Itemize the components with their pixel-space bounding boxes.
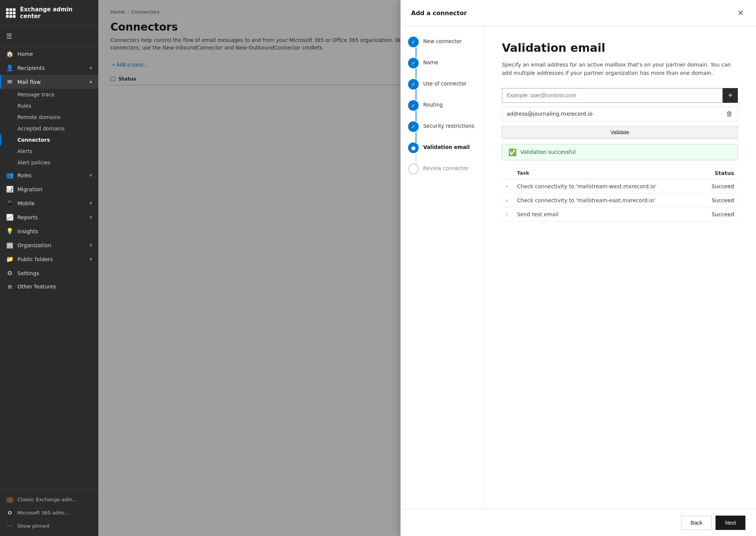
results-table: Task Status › Check connectivity to 'mai…: [502, 167, 738, 222]
sidebar-item-show-pinned[interactable]: ··· Show pinned: [0, 519, 98, 533]
sidebar-item-label: Roles: [17, 172, 85, 178]
task-column-header: Task: [513, 167, 700, 180]
step-name: ✓ Name: [408, 58, 476, 79]
task-cell: Check connectivity to 'mailstream-east.m…: [513, 193, 700, 207]
sidebar-item-label: Show pinned: [17, 523, 92, 529]
subitem-label: Connectors: [17, 137, 50, 143]
modal-title: Add a connector: [411, 9, 467, 17]
status-cell: Succeed: [700, 207, 738, 221]
step-circle-routing: ✓: [408, 100, 419, 111]
expand-chevron[interactable]: ›: [502, 179, 513, 193]
email-entry: address@journaling.mxrecord.io 🗑: [502, 107, 738, 121]
sidebar-item-mailflow[interactable]: ✉ Mail flow ∧: [0, 75, 98, 89]
main-content: Home › Connectors Connectors Connectors …: [98, 0, 756, 536]
table-row[interactable]: › Check connectivity to 'mailstream-east…: [502, 193, 738, 207]
subitem-label: Alert policies: [17, 160, 50, 166]
step-label-use: Use of connector: [423, 79, 466, 87]
validation-success-banner: ✅ Validation successful: [502, 144, 738, 160]
migration-icon: 📊: [6, 186, 14, 193]
chevron-down-icon: ∨: [89, 173, 92, 178]
sidebar-item-mobile[interactable]: 📱 Mobile ∨: [0, 196, 98, 210]
app-grid-icon[interactable]: [6, 8, 16, 18]
other-features-icon: ⊞: [6, 284, 14, 290]
sidebar: Exchange admin center ☰ 🏠 Home 👤 Recipie…: [0, 0, 98, 536]
sidebar-subitem-remote-domains[interactable]: Remote domains: [0, 112, 98, 123]
step-label-validation: Validation email: [423, 143, 470, 150]
roles-icon: 👥: [6, 172, 14, 179]
step-use-of-connector: ✓ Use of connector: [408, 79, 476, 100]
step-circle-review: [408, 164, 419, 174]
back-button[interactable]: Back: [681, 516, 712, 530]
status-cell: Succeed: [700, 179, 738, 193]
sidebar-item-migration[interactable]: 📊 Migration: [0, 182, 98, 196]
content-title: Validation email: [502, 41, 738, 54]
sidebar-item-recipients[interactable]: 👤 Recipients ∨: [0, 61, 98, 75]
sidebar-item-settings[interactable]: ⚙ Settings: [0, 266, 98, 280]
chevron-up-icon: ∧: [89, 79, 92, 84]
sidebar-item-other-features[interactable]: ⊞ Other features: [0, 280, 98, 293]
modal-body: ✓ New connector ✓ Name: [401, 26, 756, 509]
validation-success-message: Validation successful: [520, 149, 576, 155]
sidebar-item-label: Home: [17, 51, 92, 57]
sidebar-item-label: Recipients: [17, 65, 85, 71]
sidebar-item-roles[interactable]: 👥 Roles ∨: [0, 168, 98, 182]
chevron-down-icon: ∨: [89, 243, 92, 248]
sidebar-subitem-message-trace[interactable]: Message trace: [0, 89, 98, 100]
subitem-label: Remote domains: [17, 114, 61, 120]
step-circle-validation: ●: [408, 143, 419, 153]
step-security-restrictions: ✓ Security restrictions: [408, 121, 476, 143]
subitem-label: Message trace: [17, 91, 54, 98]
content-description: Specify an email address for an active m…: [502, 60, 738, 77]
step-circle-name: ✓: [408, 58, 419, 68]
subitem-label: Rules: [17, 103, 31, 109]
sidebar-toggle-button[interactable]: ☰: [2, 29, 17, 43]
expand-column-header: [502, 167, 513, 180]
sidebar-nav: 🏠 Home 👤 Recipients ∨ ✉ Mail flow ∧ Mess…: [0, 47, 98, 489]
expand-chevron[interactable]: ›: [502, 193, 513, 207]
sidebar-subitem-rules[interactable]: Rules: [0, 100, 98, 112]
sidebar-subitem-alerts[interactable]: Alerts: [0, 146, 98, 157]
sidebar-item-classic-exchange[interactable]: 💼 Classic Exchange adm...: [0, 493, 98, 507]
next-button[interactable]: Next: [716, 516, 745, 530]
classic-exchange-icon: 💼: [6, 496, 14, 503]
mailflow-icon: ✉: [6, 78, 14, 85]
sidebar-item-label: Reports: [17, 214, 85, 220]
show-pinned-icon: ···: [6, 522, 14, 530]
recipients-icon: 👤: [6, 64, 14, 71]
sidebar-subitem-alert-policies[interactable]: Alert policies: [0, 157, 98, 168]
step-label-security: Security restrictions: [423, 121, 474, 129]
email-input[interactable]: [502, 88, 723, 103]
modal-overlay: Add a connector ✕ ✓ New connector: [98, 0, 756, 536]
validate-button[interactable]: Validate: [502, 126, 738, 139]
sidebar-item-public-folders[interactable]: 📁 Public folders ∨: [0, 252, 98, 266]
sidebar-subitem-connectors[interactable]: Connectors: [0, 134, 98, 146]
table-row[interactable]: › Send test email Succeed: [502, 207, 738, 221]
sidebar-item-insights[interactable]: 💡 Insights: [0, 224, 98, 238]
sidebar-item-label: Insights: [17, 228, 92, 234]
table-row[interactable]: › Check connectivity to 'mailstream-west…: [502, 179, 738, 193]
modal-header: Add a connector ✕: [401, 0, 756, 26]
email-entry-value: address@journaling.mxrecord.io: [507, 111, 593, 117]
sidebar-item-label: Microsoft 365 admi...: [17, 510, 92, 516]
status-cell: Succeed: [700, 193, 738, 207]
sidebar-subitem-accepted-domains[interactable]: Accepted domains: [0, 123, 98, 134]
mobile-icon: 📱: [6, 200, 14, 207]
sidebar-item-organization[interactable]: 🏢 Organization ∨: [0, 238, 98, 252]
modal-close-button[interactable]: ✕: [736, 7, 745, 19]
sidebar-top-actions: ☰: [0, 26, 98, 47]
sidebar-item-microsoft365[interactable]: O Microsoft 365 admi...: [0, 507, 98, 519]
sidebar-item-reports[interactable]: 📈 Reports ∨: [0, 210, 98, 224]
organization-icon: 🏢: [6, 242, 14, 249]
email-delete-button[interactable]: 🗑: [726, 110, 733, 118]
sidebar-item-label: Other features: [17, 283, 92, 290]
sidebar-item-label: Migration: [17, 186, 92, 192]
sidebar-item-home[interactable]: 🏠 Home: [0, 47, 98, 61]
home-icon: 🏠: [6, 50, 14, 57]
chevron-down-icon: ∨: [89, 215, 92, 220]
step-new-connector: ✓ New connector: [408, 37, 476, 58]
settings-icon: ⚙: [6, 270, 14, 277]
microsoft365-icon: O: [6, 510, 14, 516]
email-add-button[interactable]: +: [723, 88, 738, 103]
chevron-down-icon: ∨: [89, 65, 92, 70]
expand-chevron[interactable]: ›: [502, 207, 513, 221]
